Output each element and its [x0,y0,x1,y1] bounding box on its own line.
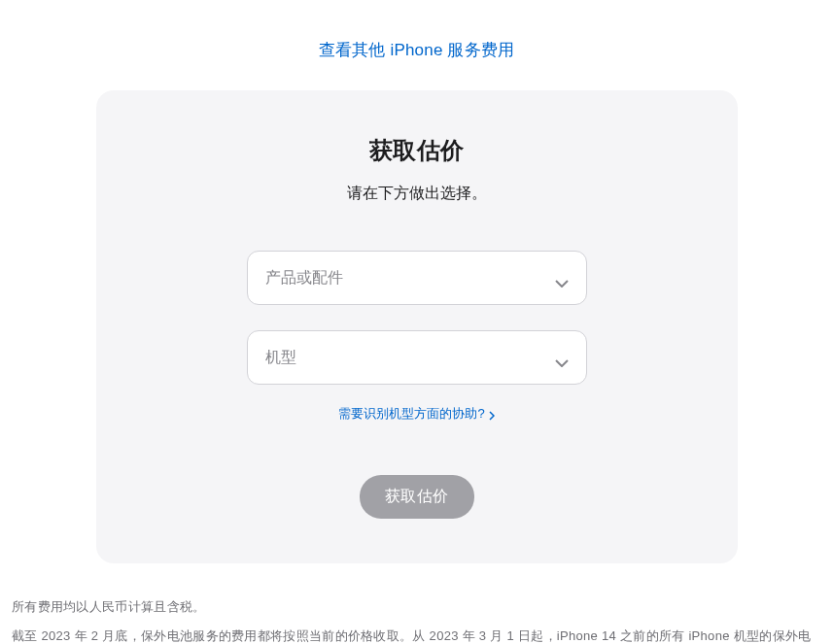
product-select[interactable]: 产品或配件 [247,251,587,305]
top-link-wrapper: 查看其他 iPhone 服务费用 [10,0,823,90]
footer-line2: 截至 2023 年 2 月底，保外电池服务的费用都将按照当前的价格收取。从 20… [12,622,821,644]
chevron-down-icon [555,354,569,361]
product-select-placeholder: 产品或配件 [265,268,343,288]
card-title: 获取估价 [135,135,699,166]
footer-text: 所有费用均以人民币计算且含税。 截至 2023 年 2 月底，保外电池服务的费用… [10,593,823,644]
footer-line1: 所有费用均以人民币计算且含税。 [12,593,821,622]
model-select-wrapper: 机型 [247,330,587,385]
other-services-link[interactable]: 查看其他 iPhone 服务费用 [319,41,515,59]
card-subtitle: 请在下方做出选择。 [135,184,699,204]
identify-model-link[interactable]: 需要识别机型方面的协助? [338,405,494,423]
chevron-right-icon [489,409,495,419]
help-link-wrapper: 需要识别机型方面的协助? [135,404,699,423]
model-select-placeholder: 机型 [265,348,296,368]
get-estimate-button[interactable]: 获取估价 [360,475,474,519]
help-link-label: 需要识别机型方面的协助? [338,405,484,423]
footer-line2-text: 截至 2023 年 2 月底，保外电池服务的费用都将按照当前的价格收取。从 20… [12,628,811,644]
estimate-card: 获取估价 请在下方做出选择。 产品或配件 机型 [96,90,738,563]
model-select[interactable]: 机型 [247,330,587,385]
chevron-down-icon [555,274,569,282]
product-select-wrapper: 产品或配件 [247,251,587,305]
